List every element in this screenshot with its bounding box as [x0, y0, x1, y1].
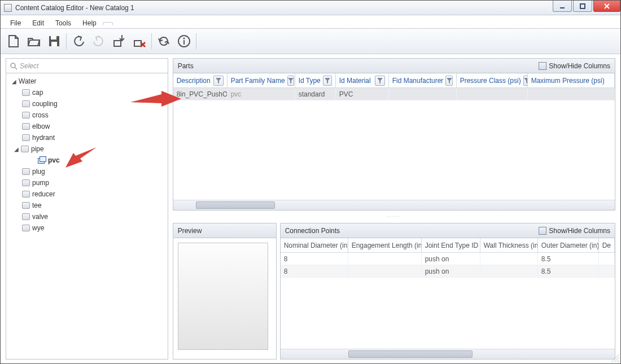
part-icon — [22, 213, 30, 220]
part-icon — [22, 179, 30, 186]
part-icon — [22, 134, 30, 141]
redo-button[interactable] — [90, 33, 107, 50]
menu-file[interactable]: File — [5, 17, 26, 29]
undo-button[interactable] — [70, 33, 87, 50]
close-button[interactable] — [593, 1, 620, 12]
menu-tools[interactable]: Tools — [50, 17, 76, 29]
conn-scrollbar[interactable] — [281, 349, 615, 359]
svg-rect-3 — [51, 36, 56, 40]
col-pressure[interactable]: Pressure Class (psi) — [460, 77, 521, 85]
parts-title: Parts — [178, 62, 194, 70]
col-family[interactable]: Part Family Name — [231, 77, 285, 85]
svg-rect-0 — [560, 7, 565, 8]
filter-icon[interactable] — [287, 76, 294, 86]
conn-row[interactable]: 8 push on 8.5 — [281, 253, 615, 265]
toolbar-separator — [66, 33, 67, 49]
part-icon — [22, 123, 30, 130]
svg-point-10 — [11, 63, 15, 68]
right-pane: Parts Show/Hide Columns Description Part… — [173, 58, 615, 359]
parts-row[interactable]: 8in_PVC_PushOn pvc standard PVC — [173, 88, 615, 100]
save-button[interactable] — [46, 33, 63, 50]
conn-grid-header: Nominal Diameter (in) Engagement Length … — [281, 238, 615, 253]
tree-node-elbow[interactable]: elbow — [6, 121, 168, 132]
tree-node-pipe[interactable]: ◢pipe — [6, 143, 168, 155]
connection-points-panel: Connection Points Show/Hide Columns Nomi… — [280, 223, 615, 359]
tree-node-coupling[interactable]: coupling — [6, 98, 168, 109]
maximize-button[interactable] — [573, 1, 592, 12]
toolbar-separator — [196, 33, 196, 49]
col-wall[interactable]: Wall Thickness (in) — [484, 242, 538, 249]
tree-node-hydrant[interactable]: hydrant — [6, 132, 168, 143]
part-icon — [22, 168, 30, 175]
part-icon — [21, 146, 29, 152]
minimize-button[interactable] — [553, 1, 572, 12]
filter-icon[interactable] — [213, 76, 224, 86]
cell-description: 8in_PVC_PushOn — [173, 88, 228, 100]
menu-overflow[interactable] — [103, 22, 113, 25]
col-de[interactable]: De — [602, 242, 611, 249]
parts-grid-header: Description Part Family Name Id Type Id … — [173, 73, 615, 88]
part-icon — [22, 112, 30, 119]
tree-node-cap[interactable]: cap — [6, 87, 168, 98]
filter-icon[interactable] — [523, 76, 528, 86]
col-nominal[interactable]: Nominal Diameter (in) — [284, 242, 348, 249]
filter-icon[interactable] — [323, 76, 332, 86]
parts-scrollbar[interactable] — [173, 200, 615, 210]
titlebar: Content Catalog Editor - New Catalog 1 — [1, 1, 620, 15]
cell-maxpressure — [528, 88, 615, 100]
new-button[interactable] — [5, 33, 22, 50]
parts-show-hide-columns[interactable]: Show/Hide Columns — [539, 62, 610, 70]
cell-idmaterial: PVC — [336, 88, 389, 100]
parts-panel: Parts Show/Hide Columns Description Part… — [173, 58, 615, 210]
tree-node-tee[interactable]: tee — [6, 200, 168, 211]
col-outer[interactable]: Outer Diameter (in) — [541, 242, 599, 249]
part-icon — [22, 225, 30, 231]
preview-thumbnail — [178, 243, 268, 350]
col-description[interactable]: Description — [177, 77, 211, 85]
search-input[interactable]: Select — [6, 59, 168, 73]
svg-rect-1 — [580, 4, 585, 8]
col-joint[interactable]: Joint End Type ID — [425, 242, 479, 249]
app-window: Content Catalog Editor - New Catalog 1 F… — [0, 0, 621, 364]
menubar: File Edit Tools Help — [1, 15, 620, 29]
cell-idtype: standard — [295, 88, 336, 100]
tree-node-water[interactable]: ◢Water — [6, 76, 168, 87]
info-button[interactable] — [176, 33, 193, 50]
menu-help[interactable]: Help — [77, 17, 102, 29]
svg-rect-9 — [183, 40, 185, 45]
tree-panel: Select ◢Water cap coupling cross elbow h… — [6, 58, 168, 359]
conn-show-hide-columns[interactable]: Show/Hide Columns — [539, 227, 610, 235]
open-button[interactable] — [25, 33, 42, 50]
catalog-tree: ◢Water cap coupling cross elbow hydrant … — [6, 73, 168, 359]
delete-part-button[interactable] — [131, 33, 148, 50]
col-maxpressure[interactable]: Maximum Pressure (psi) — [531, 77, 605, 85]
svg-rect-5 — [114, 41, 121, 46]
splitter[interactable]: ····· — [173, 214, 615, 220]
col-fidman[interactable]: Fid Manufacturer — [392, 77, 444, 85]
filter-icon[interactable] — [375, 76, 385, 86]
col-idmaterial[interactable]: Id Material — [339, 77, 371, 85]
col-engage[interactable]: Engagement Length (in) — [352, 242, 422, 249]
search-placeholder: Select — [20, 62, 38, 70]
toolbar-separator — [151, 33, 152, 49]
svg-rect-4 — [51, 42, 57, 46]
conn-row[interactable]: 8 push on 8.5 — [281, 265, 615, 278]
resize-grip-icon[interactable] — [611, 354, 619, 362]
tree-node-valve[interactable]: valve — [6, 211, 168, 222]
menu-edit[interactable]: Edit — [27, 17, 49, 29]
preview-title: Preview — [178, 227, 202, 235]
filter-icon[interactable] — [445, 76, 452, 86]
cell-pressure — [457, 88, 528, 100]
tree-node-plug[interactable]: plug — [6, 166, 168, 177]
tree-node-pvc[interactable]: pvc — [6, 155, 168, 166]
tree-node-cross[interactable]: cross — [6, 109, 168, 121]
part-icon — [22, 191, 30, 198]
col-idtype[interactable]: Id Type — [299, 77, 321, 85]
refresh-button[interactable] — [155, 33, 172, 50]
app-icon — [4, 4, 12, 12]
tree-node-wye[interactable]: wye — [6, 222, 168, 234]
toolbar — [1, 29, 620, 54]
tree-node-reducer[interactable]: reducer — [6, 188, 168, 200]
import-part-button[interactable] — [111, 33, 128, 50]
tree-node-pump[interactable]: pump — [6, 177, 168, 188]
